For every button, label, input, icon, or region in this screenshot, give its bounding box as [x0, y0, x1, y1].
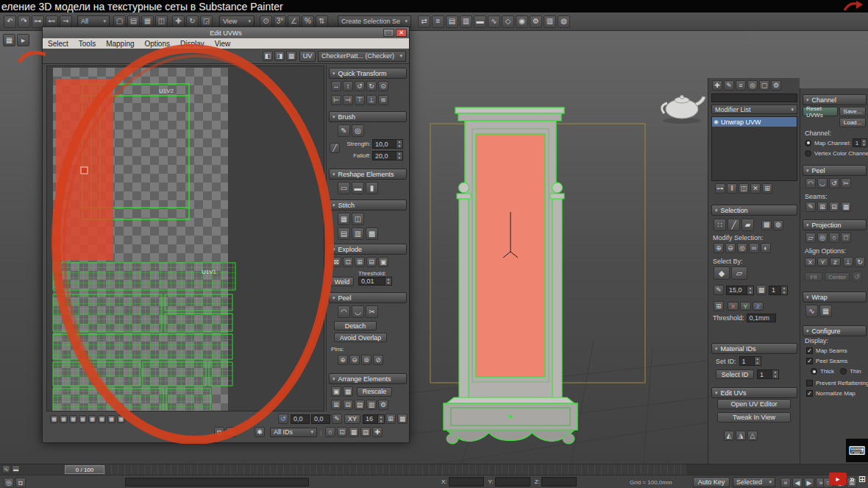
motion-tab-icon[interactable]: ◎: [747, 80, 758, 91]
pin-moved-icon[interactable]: ⊚: [361, 355, 371, 365]
modifier-stack-entry[interactable]: ◉ Unwrap UVW: [712, 117, 797, 127]
polygon-sub-icon[interactable]: ▰: [741, 219, 754, 231]
rollout-reshape-header[interactable]: Reshape Elements: [329, 169, 407, 180]
toolbar-overflow-icon[interactable]: ▸: [17, 34, 29, 46]
pack-padding-icon[interactable]: ▦: [343, 386, 353, 397]
mirror-icon[interactable]: ⇄: [418, 15, 430, 28]
checker-pattern-dropdown[interactable]: CheckerPatt... (Checker): [318, 51, 406, 62]
move-vertical-icon[interactable]: ↕: [343, 81, 353, 91]
spherical-map-icon[interactable]: ○: [829, 233, 839, 243]
projection-y-button[interactable]: Y: [817, 258, 828, 266]
align-to-pelt-icon[interactable]: △: [747, 431, 758, 441]
snap-toggle-icon[interactable]: 3°: [274, 15, 286, 28]
timeline-track[interactable]: [65, 464, 686, 475]
rollout-material-ids-header[interactable]: Material IDs: [711, 343, 797, 354]
rollout-explode-header[interactable]: Explode: [329, 244, 407, 255]
track-bar[interactable]: ∿▬ 0 / 100: [0, 464, 868, 475]
relax-brush-icon[interactable]: ◎: [352, 124, 364, 137]
align-normal-icon[interactable]: ⊥: [843, 257, 853, 267]
isolate-selection-icon[interactable]: ◎: [4, 478, 14, 488]
detach-edge-verts-icon[interactable]: ⊡: [343, 257, 353, 267]
convert-seam-icon[interactable]: ▦: [841, 202, 851, 212]
close-window-button[interactable]: ✕: [396, 29, 407, 37]
coord-x-field[interactable]: [449, 477, 484, 487]
rollout-peel-header-uv[interactable]: Peel: [329, 292, 407, 303]
flatten-by-material-icon[interactable]: ⊟: [366, 257, 377, 267]
key-filter-dropdown[interactable]: Selected: [733, 477, 775, 487]
grow-selection-icon[interactable]: ⊕: [714, 243, 724, 253]
selection-filter-dropdown[interactable]: All: [77, 15, 110, 28]
flatten-mapping-icon[interactable]: ▣: [378, 257, 388, 267]
select-object-icon[interactable]: ▢: [113, 15, 126, 28]
expand-to-seam-icon[interactable]: ⊟: [829, 202, 839, 212]
menu-mapping[interactable]: Mapping: [101, 40, 139, 48]
map-channel-spinner[interactable]: 1: [853, 138, 867, 147]
projection-z-button[interactable]: Z: [830, 258, 841, 266]
display-tab-icon[interactable]: ▢: [759, 80, 769, 91]
weld-threshold-spinner[interactable]: 0,01: [358, 277, 392, 286]
undo-icon[interactable]: ↶: [4, 15, 16, 28]
planar-angle-spinner[interactable]: 15,0: [726, 286, 754, 295]
planar-angle-icon[interactable]: ▱: [731, 266, 747, 280]
group-elements-icon[interactable]: ▤: [355, 400, 365, 410]
typein-pen-icon[interactable]: ✎: [332, 414, 342, 424]
menu-display[interactable]: Display: [175, 40, 210, 48]
paint-move-brush-icon[interactable]: ✎: [338, 124, 350, 137]
stitch-all-icon[interactable]: ▩: [366, 227, 378, 240]
rollout-edit-uvs-header[interactable]: Edit UVs: [711, 387, 797, 398]
pin-icon[interactable]: ▲: [226, 427, 236, 437]
pan-icon[interactable]: ✚: [372, 427, 383, 437]
peel-mode-icon[interactable]: ◡: [817, 178, 828, 188]
zoom-icon[interactable]: ○: [325, 427, 335, 437]
redo-icon[interactable]: ↷: [18, 15, 30, 28]
player-next-icon[interactable]: »: [850, 474, 855, 484]
edge-sub-icon[interactable]: ╱: [728, 219, 740, 231]
edit-uvws-title-bar[interactable]: Edit UVWs ▭ ✕: [43, 27, 409, 38]
reset-peel-icon[interactable]: ↺: [829, 178, 839, 188]
select-and-scale-icon[interactable]: ◲: [200, 15, 213, 28]
falloff-spinner[interactable]: 20,0: [372, 151, 403, 160]
workspace-toggle-icon[interactable]: ▦: [3, 34, 15, 46]
set-id-spinner[interactable]: 1: [739, 356, 761, 366]
show-end-result-icon[interactable]: ‖: [727, 183, 737, 194]
render-production-icon[interactable]: ◍: [558, 15, 570, 28]
box-map-icon[interactable]: □: [841, 233, 851, 243]
layer-manager-icon[interactable]: ▥: [460, 15, 472, 28]
select-and-rotate-icon[interactable]: ↻: [186, 15, 199, 28]
selection-lock-icon[interactable]: ◘: [15, 478, 26, 488]
align-bottom-icon[interactable]: ⊥: [366, 95, 377, 105]
modifier-list-dropdown[interactable]: Modifier List: [711, 105, 797, 114]
edit-seams-icon[interactable]: ✂: [366, 305, 378, 318]
rollout-peel-header[interactable]: Peel: [803, 165, 867, 176]
flatten-by-smoothing-icon[interactable]: ⊞: [355, 257, 365, 267]
move-horizontal-icon[interactable]: ↔: [331, 81, 341, 91]
grid-snap-icon[interactable]: ⊞: [385, 414, 396, 424]
point-to-point-seam-icon[interactable]: ✎: [805, 202, 816, 212]
rollout-selection-header[interactable]: Selection: [711, 205, 797, 216]
break-icon[interactable]: ⊠: [331, 257, 341, 267]
pack-full-icon[interactable]: ⊞: [331, 400, 341, 410]
edit-seams-icon[interactable]: ✂: [841, 178, 851, 188]
v-coordinate-field[interactable]: 0,0: [311, 414, 330, 424]
spinner-snap-icon[interactable]: ⇅: [316, 15, 328, 28]
rendered-frame-icon[interactable]: ▥: [544, 15, 556, 28]
player-red-button[interactable]: ▸: [829, 473, 847, 485]
zoom-extents-icon[interactable]: ▦: [349, 427, 359, 437]
menu-view[interactable]: View: [210, 40, 236, 48]
align-icon[interactable]: ≡: [432, 15, 444, 28]
texture-thumb-icon[interactable]: ▦: [50, 415, 58, 423]
uv-space-button[interactable]: UV: [299, 51, 316, 62]
spline-wrap-icon[interactable]: ∿: [805, 305, 818, 317]
rollout-brush-header[interactable]: Brush: [329, 111, 407, 122]
vertex-sub-icon[interactable]: ∷: [714, 219, 726, 231]
rollout-wrap-header[interactable]: Wrap: [803, 291, 867, 303]
rollout-arrange-header[interactable]: Arrange Elements: [329, 373, 407, 384]
stitch-source-icon[interactable]: ▤: [338, 227, 350, 240]
teapot-model[interactable]: [662, 96, 705, 124]
unlink-selection-icon[interactable]: ⊷: [46, 15, 58, 28]
ungroup-elements-icon[interactable]: ▥: [366, 400, 377, 410]
rollout-stitch-header[interactable]: Stitch: [329, 199, 407, 211]
uv-canvas[interactable]: U1V2 U1V1: [46, 66, 324, 411]
mirror-model[interactable]: [444, 107, 577, 444]
straighten-selection-icon[interactable]: ▭: [338, 182, 350, 194]
